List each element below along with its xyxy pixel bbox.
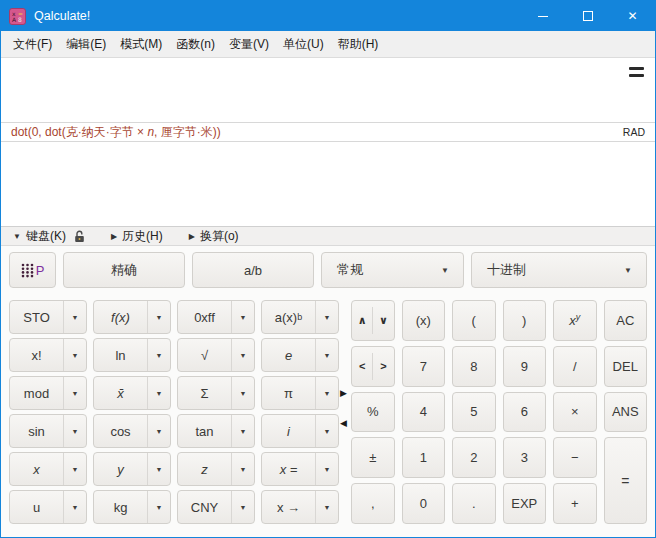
right-button[interactable]: >: [373, 347, 393, 386]
dropdown-arrow-icon[interactable]: ▼: [63, 453, 86, 485]
pi-button[interactable]: π▼: [261, 376, 339, 410]
digit-8-button[interactable]: 8: [452, 346, 496, 387]
ln-button[interactable]: ln▼: [93, 338, 171, 372]
ac-button[interactable]: AC: [604, 300, 648, 341]
close-button[interactable]: ✕: [610, 1, 655, 31]
digit-2-button[interactable]: 2: [452, 437, 496, 478]
del-button[interactable]: DEL: [604, 346, 648, 387]
function-button[interactable]: f(x)▼: [93, 300, 171, 334]
section-history[interactable]: ▶ 历史(H): [111, 228, 163, 245]
cos-button[interactable]: cos▼: [93, 414, 171, 448]
left-button[interactable]: <: [352, 347, 372, 386]
equals-button[interactable]: =: [604, 437, 648, 524]
digit-3-button[interactable]: 3: [503, 437, 547, 478]
digit-5-button[interactable]: 5: [452, 392, 496, 433]
exact-mode-button[interactable]: 精确: [63, 252, 185, 288]
sin-button[interactable]: sin▼: [9, 414, 87, 448]
unit-kg-button[interactable]: kg▼: [93, 490, 171, 524]
close-paren-button[interactable]: ): [503, 300, 547, 341]
e-constant-button[interactable]: e▼: [261, 338, 339, 372]
dropdown-arrow-icon[interactable]: ▼: [231, 301, 254, 333]
maximize-button[interactable]: [565, 1, 610, 31]
dropdown-arrow-icon[interactable]: ▼: [63, 377, 86, 409]
menu-mode[interactable]: 模式(M): [113, 31, 169, 58]
digit-6-button[interactable]: 6: [503, 392, 547, 433]
hamburger-menu-icon[interactable]: [629, 67, 644, 81]
lock-icon[interactable]: [74, 230, 85, 243]
dropdown-arrow-icon[interactable]: ▼: [315, 415, 338, 447]
unit-u-button[interactable]: u▼: [9, 490, 87, 524]
mean-button[interactable]: x̄▼: [93, 376, 171, 410]
exp-button[interactable]: EXP: [503, 483, 547, 524]
dropdown-arrow-icon[interactable]: ▼: [315, 491, 338, 523]
programming-keypad-button[interactable]: P: [9, 252, 56, 288]
hex-literal-button[interactable]: 0xff▼: [177, 300, 255, 334]
dropdown-arrow-icon[interactable]: ▼: [315, 453, 338, 485]
tan-button[interactable]: tan▼: [177, 414, 255, 448]
display-mode-dropdown[interactable]: 常规 ▼: [321, 252, 464, 288]
dropdown-arrow-icon[interactable]: ▼: [63, 339, 86, 371]
dropdown-arrow-icon[interactable]: ▼: [147, 339, 170, 371]
digit-1-button[interactable]: 1: [402, 437, 446, 478]
factorial-button[interactable]: x!▼: [9, 338, 87, 372]
percent-button[interactable]: %: [351, 392, 395, 433]
dropdown-arrow-icon[interactable]: ▼: [231, 377, 254, 409]
dropdown-arrow-icon[interactable]: ▼: [231, 339, 254, 371]
dropdown-arrow-icon[interactable]: ▼: [147, 415, 170, 447]
menu-edit[interactable]: 编辑(E): [59, 31, 113, 58]
dropdown-arrow-icon[interactable]: ▼: [147, 301, 170, 333]
multiply-button[interactable]: ×: [553, 392, 597, 433]
fraction-mode-button[interactable]: a/b: [192, 252, 314, 288]
dropdown-arrow-icon[interactable]: ▼: [231, 453, 254, 485]
digit-9-button[interactable]: 9: [503, 346, 547, 387]
minus-button[interactable]: −: [553, 437, 597, 478]
sqrt-button[interactable]: √▼: [177, 338, 255, 372]
ans-button[interactable]: ANS: [604, 392, 648, 433]
menu-help[interactable]: 帮助(H): [331, 31, 386, 58]
parenthesize-button[interactable]: (x): [402, 300, 446, 341]
up-button[interactable]: ∧: [352, 301, 372, 340]
collapse-panel-handle[interactable]: ◀: [340, 418, 347, 428]
digit-7-button[interactable]: 7: [402, 346, 446, 387]
imaginary-button[interactable]: i▼: [261, 414, 339, 448]
section-keyboard[interactable]: ▼ 键盘(K): [13, 228, 85, 245]
history-area[interactable]: [1, 142, 655, 226]
dropdown-arrow-icon[interactable]: ▼: [231, 415, 254, 447]
sum-button[interactable]: Σ▼: [177, 376, 255, 410]
variable-x-button[interactable]: x▼: [9, 452, 87, 486]
down-button[interactable]: ∨: [373, 301, 393, 340]
digit-0-button[interactable]: 0: [402, 483, 446, 524]
open-paren-button[interactable]: (: [452, 300, 496, 341]
expand-panel-handle[interactable]: ▶: [340, 388, 347, 398]
menu-file[interactable]: 文件(F): [6, 31, 59, 58]
dropdown-arrow-icon[interactable]: ▼: [315, 339, 338, 371]
section-conversion[interactable]: ▶ 换算(o): [189, 228, 239, 245]
dropdown-arrow-icon[interactable]: ▼: [63, 491, 86, 523]
menu-variables[interactable]: 变量(V): [222, 31, 276, 58]
dropdown-arrow-icon[interactable]: ▼: [63, 301, 86, 333]
variable-y-button[interactable]: y▼: [93, 452, 171, 486]
assign-button[interactable]: x =▼: [261, 452, 339, 486]
menu-functions[interactable]: 函数(n): [169, 31, 222, 58]
power-button[interactable]: xy: [553, 300, 597, 341]
minimize-button[interactable]: [520, 1, 565, 31]
plusminus-button[interactable]: ±: [351, 437, 395, 478]
plus-button[interactable]: +: [553, 483, 597, 524]
power-template-button[interactable]: a(x)b▼: [261, 300, 339, 334]
dropdown-arrow-icon[interactable]: ▼: [147, 377, 170, 409]
decimal-button[interactable]: .: [452, 483, 496, 524]
sto-button[interactable]: STO▼: [9, 300, 87, 334]
variable-z-button[interactable]: z▼: [177, 452, 255, 486]
menu-units[interactable]: 单位(U): [276, 31, 331, 58]
dropdown-arrow-icon[interactable]: ▼: [315, 377, 338, 409]
dropdown-arrow-icon[interactable]: ▼: [63, 415, 86, 447]
digit-4-button[interactable]: 4: [402, 392, 446, 433]
dropdown-arrow-icon[interactable]: ▼: [231, 491, 254, 523]
comma-button[interactable]: ,: [351, 483, 395, 524]
convert-button[interactable]: x →▼: [261, 490, 339, 524]
number-base-dropdown[interactable]: 十进制 ▼: [471, 252, 647, 288]
currency-button[interactable]: CNY▼: [177, 490, 255, 524]
dropdown-arrow-icon[interactable]: ▼: [147, 453, 170, 485]
dropdown-arrow-icon[interactable]: ▼: [315, 301, 338, 333]
expression-input[interactable]: [1, 58, 655, 122]
